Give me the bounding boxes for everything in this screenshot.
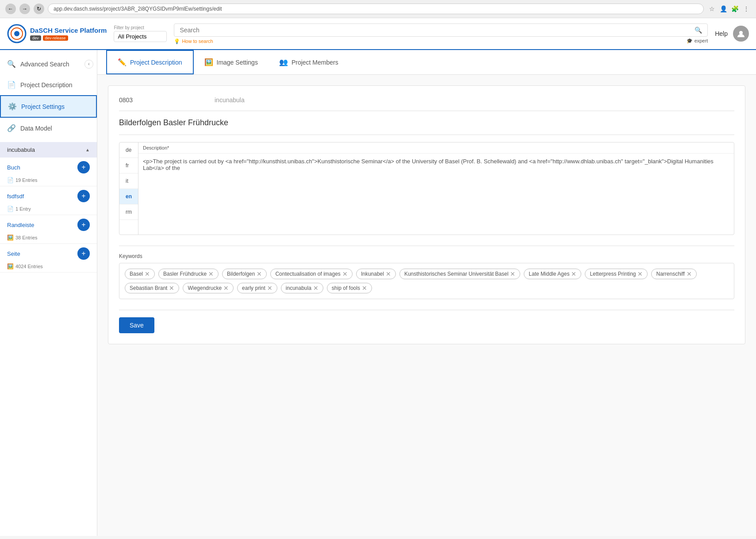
add-resource-button[interactable]: + bbox=[77, 161, 90, 173]
sidebar-toggle[interactable]: ‹ bbox=[84, 60, 93, 69]
forward-button[interactable]: → bbox=[19, 4, 30, 14]
sidebar-item-label: Data Model bbox=[20, 125, 52, 132]
url-bar[interactable]: app.dev.dasch.swiss/project/3ABR_2i8QYGS… bbox=[48, 4, 704, 14]
keyword-tag: Sebastian Brant✕ bbox=[125, 283, 179, 293]
bookmark-icon[interactable]: ☆ bbox=[707, 4, 716, 13]
keyword-text: ship of fools bbox=[332, 285, 360, 291]
keyword-remove-button[interactable]: ✕ bbox=[223, 285, 229, 291]
keyword-tag: Bilderfolgen✕ bbox=[222, 269, 267, 279]
lang-tab-rm[interactable]: rm bbox=[119, 204, 138, 220]
resource-name[interactable]: Randleiste bbox=[7, 222, 34, 228]
keyword-remove-button[interactable]: ✕ bbox=[145, 271, 150, 277]
sidebar-item-data-model[interactable]: 🔗 Data Model bbox=[0, 118, 97, 139]
resource-header: Seite + bbox=[0, 244, 97, 263]
divider-2 bbox=[119, 310, 734, 310]
sidebar-item-advanced-search[interactable]: 🔍 Advanced Search ‹ bbox=[0, 54, 97, 74]
lang-tab-fr[interactable]: fr bbox=[119, 158, 138, 173]
sidebar-resource-seite: Seite + 🖼️ 4024 Entries bbox=[0, 244, 97, 273]
sidebar-resource-buch: Buch + 📄 19 Entries bbox=[0, 158, 97, 186]
search-icon: 🔍 bbox=[695, 27, 702, 34]
resource-count: 4024 Entries bbox=[15, 264, 43, 269]
tab-image-settings[interactable]: 🖼️ Image Settings bbox=[194, 51, 269, 73]
hint-icon: 💡 bbox=[174, 38, 180, 44]
resource-name[interactable]: Seite bbox=[7, 250, 20, 257]
add-resource-button[interactable]: + bbox=[77, 190, 90, 202]
keyword-text: Sebastian Brant bbox=[130, 285, 167, 291]
keyword-remove-button[interactable]: ✕ bbox=[386, 271, 391, 277]
keyword-remove-button[interactable]: ✕ bbox=[267, 285, 272, 291]
description-langs: de fr it en rm Description* <p>The proje… bbox=[119, 142, 734, 235]
sidebar-section-incunabula: incubabula ▲ Buch + 📄 19 Entries bbox=[0, 142, 97, 273]
hint-text: How to search bbox=[182, 38, 213, 44]
extensions-icon[interactable]: 🧩 bbox=[730, 4, 739, 13]
keyword-remove-button[interactable]: ✕ bbox=[571, 271, 576, 277]
expert-badge[interactable]: 🎓 expert bbox=[687, 38, 708, 44]
add-resource-button[interactable]: + bbox=[77, 219, 90, 231]
reload-button[interactable]: ↻ bbox=[34, 4, 44, 14]
resource-header: fsdfsdf + bbox=[0, 186, 97, 206]
resource-type-icon: 🖼️ bbox=[7, 235, 14, 241]
lang-tab-en[interactable]: en bbox=[119, 189, 138, 204]
keyword-remove-button[interactable]: ✕ bbox=[637, 271, 643, 277]
search-input[interactable] bbox=[180, 27, 691, 34]
resource-type-icon: 📄 bbox=[7, 206, 14, 212]
keyword-remove-button[interactable]: ✕ bbox=[687, 271, 692, 277]
sidebar-section-header[interactable]: incubabula ▲ bbox=[0, 142, 97, 158]
logo-title: DaSCH Service Platform bbox=[30, 27, 107, 35]
tab-label: Project Members bbox=[292, 59, 338, 66]
keyword-tag: Narrenschiff✕ bbox=[651, 269, 696, 279]
keyword-tag: Kunsthistorisches Seminar Universität Ba… bbox=[399, 269, 520, 279]
profile-icon[interactable]: 👤 bbox=[719, 4, 728, 13]
add-resource-button[interactable]: + bbox=[77, 247, 90, 260]
sidebar: 🔍 Advanced Search ‹ 📄 Project Descriptio… bbox=[0, 50, 97, 536]
keyword-text: Basel bbox=[130, 271, 143, 277]
keyword-text: Kunsthistorisches Seminar Universität Ba… bbox=[404, 271, 508, 277]
keyword-remove-button[interactable]: ✕ bbox=[257, 271, 262, 277]
filter-select[interactable]: All Projects bbox=[114, 31, 167, 42]
resource-name[interactable]: fsdfsdf bbox=[7, 193, 24, 200]
main-content: 🔍 Advanced Search ‹ 📄 Project Descriptio… bbox=[0, 50, 756, 536]
keyword-text: Letterpress Printing bbox=[590, 271, 636, 277]
sidebar-item-project-description[interactable]: 📄 Project Description bbox=[0, 74, 97, 95]
help-button[interactable]: Help bbox=[715, 30, 728, 37]
keyword-remove-button[interactable]: ✕ bbox=[362, 285, 367, 291]
resource-info: 📄 1 Entry bbox=[0, 206, 97, 215]
svg-point-2 bbox=[14, 31, 19, 36]
project-title: Bilderfolgen Basler Frühdrucke bbox=[119, 118, 734, 135]
keyword-remove-button[interactable]: ✕ bbox=[208, 271, 214, 277]
keyword-tag: Letterpress Printing✕ bbox=[585, 269, 648, 279]
save-button[interactable]: Save bbox=[119, 317, 154, 333]
tab-nav: ✏️ Project Description 🖼️ Image Settings… bbox=[97, 50, 756, 75]
description-textarea-area: Description* <p>The project is carried o… bbox=[138, 142, 734, 235]
keyword-tag: incunabula✕ bbox=[281, 283, 323, 293]
search-hint[interactable]: 💡 How to search bbox=[174, 38, 213, 44]
lang-tab-it[interactable]: it bbox=[119, 173, 138, 189]
avatar[interactable] bbox=[733, 26, 749, 42]
document-icon: 📄 bbox=[7, 81, 16, 89]
tab-project-description[interactable]: ✏️ Project Description bbox=[106, 50, 194, 74]
description-label: Description* bbox=[138, 142, 734, 154]
resource-count: 19 Entries bbox=[15, 177, 38, 183]
description-section: de fr it en rm Description* <p>The proje… bbox=[119, 142, 734, 235]
keyword-tag: Basel✕ bbox=[125, 269, 155, 279]
sidebar-item-label: Advanced Search bbox=[20, 61, 69, 68]
keyword-text: Wiegendrucke bbox=[188, 285, 222, 291]
keyword-remove-button[interactable]: ✕ bbox=[313, 285, 319, 291]
keyword-text: early print bbox=[242, 285, 265, 291]
app-header: DaSCH Service Platform dev dev-release F… bbox=[0, 18, 756, 50]
keyword-remove-button[interactable]: ✕ bbox=[169, 285, 174, 291]
description-textarea[interactable]: <p>The project is carried out by <a href… bbox=[138, 154, 734, 233]
lang-tab-de[interactable]: de bbox=[119, 142, 138, 158]
keywords-label: Keywords bbox=[119, 253, 734, 259]
sidebar-item-project-settings[interactable]: ⚙️ Project Settings bbox=[0, 95, 97, 118]
resource-name[interactable]: Buch bbox=[7, 164, 20, 171]
menu-icon[interactable]: ⋮ bbox=[742, 4, 751, 13]
app: DaSCH Service Platform dev dev-release F… bbox=[0, 18, 756, 536]
keyword-tag: ship of fools✕ bbox=[327, 283, 372, 293]
tab-project-members[interactable]: 👥 Project Members bbox=[269, 51, 349, 73]
keyword-remove-button[interactable]: ✕ bbox=[342, 271, 348, 277]
keyword-remove-button[interactable]: ✕ bbox=[510, 271, 515, 277]
keywords-container: Basel✕Basler Frühdrucke✕Bilderfolgen✕Con… bbox=[119, 263, 734, 299]
back-button[interactable]: ← bbox=[5, 4, 16, 14]
keyword-tag: Wiegendrucke✕ bbox=[183, 283, 234, 293]
